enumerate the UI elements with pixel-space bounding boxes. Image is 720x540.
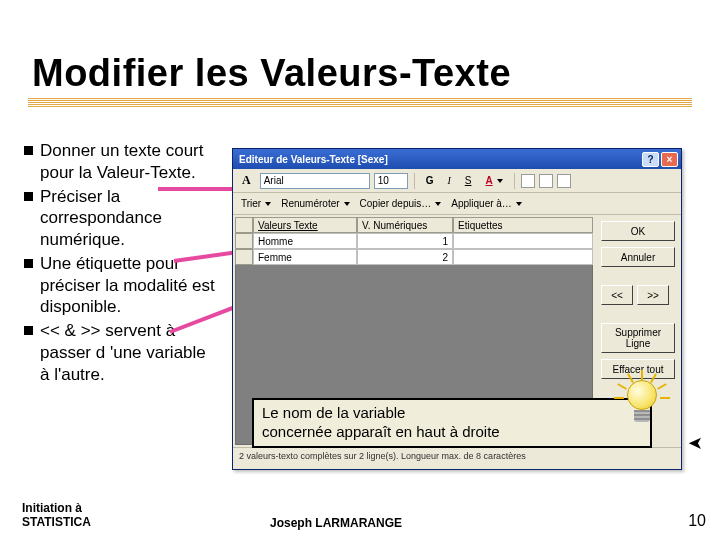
- copy-icon[interactable]: [539, 174, 553, 188]
- bullet-4: << & >> servent à passer d 'une variable…: [24, 320, 218, 385]
- bullet-3: Une étiquette pour préciser la modalité …: [24, 253, 218, 318]
- format-toolbar: A Arial 10 G I S A: [233, 169, 681, 193]
- action-toolbar: Trier Renuméroter Copier depuis… Appliqu…: [233, 193, 681, 215]
- cursor-icon: ➤: [688, 432, 703, 454]
- cell-text[interactable]: Homme: [253, 233, 357, 249]
- footer-author: Joseph LARMARANGE: [270, 516, 402, 530]
- font-family-select[interactable]: Arial: [260, 173, 370, 189]
- cut-icon[interactable]: [521, 174, 535, 188]
- table-row[interactable]: Homme 1: [235, 233, 593, 249]
- sort-menu[interactable]: Trier: [237, 196, 275, 211]
- cell-label[interactable]: [453, 233, 593, 249]
- next-variable-button[interactable]: >>: [637, 285, 669, 305]
- cell-num[interactable]: 2: [357, 249, 453, 265]
- delete-row-button[interactable]: Supprimer Ligne: [601, 323, 675, 353]
- col-valeurs-texte[interactable]: Valeurs Texte: [253, 217, 357, 233]
- bullet-list: Donner un texte court pour la Valeur-Tex…: [24, 140, 218, 387]
- bold-button[interactable]: G: [421, 172, 439, 190]
- cell-num[interactable]: 1: [357, 233, 453, 249]
- bullet-2: Préciser la correspondance numérique.: [24, 186, 218, 251]
- ok-button[interactable]: OK: [601, 221, 675, 241]
- close-icon[interactable]: ×: [661, 152, 678, 167]
- copy-from-menu[interactable]: Copier depuis…: [356, 196, 446, 211]
- table-row[interactable]: Femme 2: [235, 249, 593, 265]
- italic-button[interactable]: I: [442, 172, 455, 190]
- help-icon[interactable]: ?: [642, 152, 659, 167]
- clear-all-button[interactable]: Effacer tout: [601, 359, 675, 379]
- font-color-button[interactable]: A: [480, 172, 507, 190]
- dialog-statusbar: 2 valeurs-texto complètes sur 2 ligne(s)…: [233, 447, 681, 467]
- cell-text[interactable]: Femme: [253, 249, 357, 265]
- cancel-button[interactable]: Annuler: [601, 247, 675, 267]
- font-label: A: [237, 172, 256, 190]
- paste-icon[interactable]: [557, 174, 571, 188]
- apply-to-menu[interactable]: Appliquer à…: [447, 196, 526, 211]
- prev-variable-button[interactable]: <<: [601, 285, 633, 305]
- renumber-menu[interactable]: Renuméroter: [277, 196, 353, 211]
- slide-title: Modifier les Valeurs-Texte: [32, 52, 511, 95]
- underline-button[interactable]: S: [460, 172, 477, 190]
- col-etiquettes[interactable]: Etiquettes: [453, 217, 593, 233]
- font-size-input[interactable]: 10: [374, 173, 408, 189]
- cell-label[interactable]: [453, 249, 593, 265]
- footer-left: Initiation à STATISTICA: [22, 502, 91, 530]
- lightbulb-icon: [622, 380, 662, 434]
- col-numeriques[interactable]: V. Numériques: [357, 217, 453, 233]
- callout-box: Le nom de la variable concernée apparaît…: [252, 398, 652, 448]
- bullet-1: Donner un texte court pour la Valeur-Tex…: [24, 140, 218, 184]
- dialog-titlebar[interactable]: Editeur de Valeurs-Texte [Sexe] ? ×: [233, 149, 681, 169]
- callout-line-2: concernée apparaît en haut à droite: [262, 423, 500, 440]
- callout-line-1: Le nom de la variable: [262, 404, 405, 421]
- page-number: 10: [688, 512, 706, 530]
- dialog-caption: Editeur de Valeurs-Texte [Sexe]: [239, 154, 640, 165]
